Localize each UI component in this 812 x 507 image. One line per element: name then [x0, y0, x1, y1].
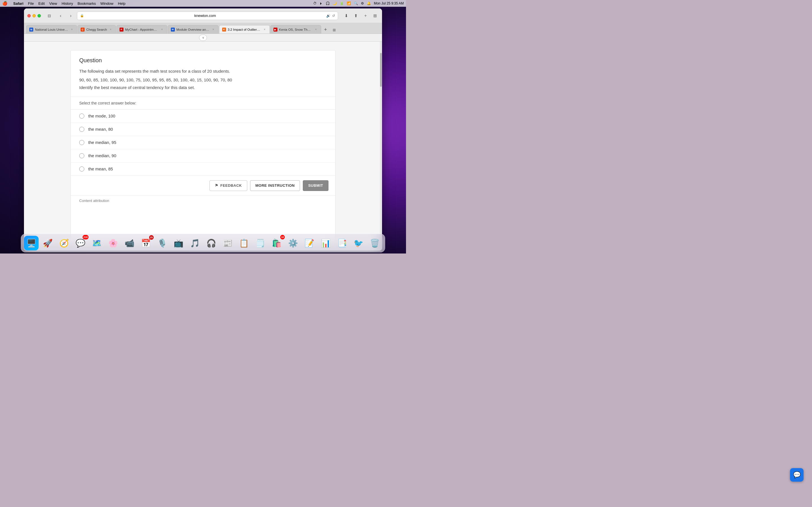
feedback-icon: ⚑	[215, 183, 218, 187]
dock-safari[interactable]: 🧭	[57, 236, 71, 250]
dock-tv[interactable]: 📺	[171, 236, 186, 250]
systemprefs-icon: ⚙️	[288, 238, 298, 248]
back-button[interactable]: ‹	[57, 12, 64, 20]
more-instruction-button[interactable]: MORE INSTRUCTION	[250, 180, 300, 191]
menubar-help[interactable]: Help	[118, 1, 125, 6]
answer-option-5[interactable]: the mean, 85	[71, 163, 335, 175]
url-display[interactable]: knewton.com	[86, 13, 324, 18]
tab-overview-icon[interactable]: ⊞	[371, 12, 378, 19]
menubar-notification-icon[interactable]: 🔔	[367, 1, 371, 5]
reminders-icon: 📋	[239, 238, 249, 248]
dock-powerpoint[interactable]: 📑	[335, 236, 349, 250]
sidebar-toggle[interactable]: ⊟	[45, 12, 53, 20]
radio-1[interactable]	[79, 114, 84, 119]
answer-option-4[interactable]: the median, 90	[71, 149, 335, 163]
tab-favicon-video: ▶	[273, 27, 277, 32]
answer-label-1: the mode, 100	[88, 114, 115, 118]
dropdown-chevron[interactable]: ∨	[199, 35, 207, 41]
scroll-indicator[interactable]	[380, 42, 382, 251]
tab-label-chegg: Chegg Search	[86, 28, 107, 31]
tab-windows-button[interactable]: ⊞	[331, 26, 338, 34]
dock-launchpad[interactable]: 🚀	[40, 236, 55, 250]
radio-5[interactable]	[79, 166, 84, 172]
dock-trash[interactable]: 🗑️	[367, 236, 382, 250]
tab-chegg[interactable]: C Chegg Search ×	[78, 25, 116, 34]
calendar-icon: 📅	[141, 238, 151, 248]
tweetbot-icon: 🐦	[354, 238, 363, 248]
new-tab-button[interactable]: +	[322, 25, 329, 34]
dock-finder[interactable]: 🖥️	[24, 236, 39, 250]
minimize-button[interactable]	[33, 14, 36, 17]
dock-itunes[interactable]: 🎧	[204, 236, 218, 250]
dock-reminders[interactable]: 📋	[237, 236, 251, 250]
safari-icon: 🧭	[59, 238, 69, 248]
submit-button[interactable]: SUBMIT	[303, 180, 328, 191]
address-bar[interactable]: 🔒 knewton.com 🔊 ↺	[77, 11, 338, 20]
dock-podcasts[interactable]: 🎙️	[155, 236, 169, 250]
menubar-file[interactable]: File	[28, 1, 34, 6]
new-tab-icon[interactable]: ＋	[362, 12, 369, 19]
menubar-bookmarks[interactable]: Bookmarks	[78, 1, 96, 6]
menubar-history[interactable]: History	[61, 1, 73, 6]
dock-word[interactable]: 📝	[302, 236, 317, 250]
menubar-edit[interactable]: Edit	[38, 1, 45, 6]
tab-close-mychart[interactable]: ×	[160, 27, 164, 32]
feedback-button[interactable]: ⚑ FEEDBACK	[209, 180, 247, 191]
tab-close-video[interactable]: ×	[314, 27, 318, 32]
share-icon[interactable]: ⬆	[352, 12, 359, 19]
dock-appstore[interactable]: 🛍️ 10	[269, 236, 284, 250]
tab-knewton[interactable]: K 3.2 Impact of Outliers... ×	[219, 25, 270, 34]
dock: 🖥️ 🚀 🧭 💬 218 🗺️ 🌸 📹 📅 25 🎙️ 📺 🎵 🎧 📰 📋	[21, 234, 385, 252]
browser-window: ⊟ ‹ › 🔒 knewton.com 🔊 ↺ ⬇ ⬆ ＋ ⊞ N Nation…	[24, 8, 382, 251]
more-instruction-label: MORE INSTRUCTION	[255, 183, 295, 187]
tab-favicon-nlu: N	[29, 27, 33, 32]
tab-nlu[interactable]: N National Louis University ×	[26, 25, 77, 34]
menubar-search-icon[interactable]: 🔍	[354, 1, 358, 5]
dock-photos[interactable]: 🌸	[106, 236, 120, 250]
answer-option-3[interactable]: the median, 95	[71, 136, 335, 149]
answer-option-1[interactable]: the mode, 100	[71, 110, 335, 123]
menubar-view[interactable]: View	[49, 1, 57, 6]
dock-messages[interactable]: 💬 218	[73, 236, 88, 250]
dock-systemprefs[interactable]: ⚙️	[286, 236, 300, 250]
dock-music[interactable]: 🎵	[188, 236, 202, 250]
radio-4[interactable]	[79, 153, 84, 158]
answer-option-2[interactable]: the mean, 80	[71, 123, 335, 136]
dock-facetime[interactable]: 📹	[122, 236, 137, 250]
audio-icon[interactable]: 🔊	[326, 14, 331, 18]
tab-mychart[interactable]: R MyChart - Appointmen... ×	[116, 25, 167, 34]
forward-button[interactable]: ›	[67, 12, 75, 20]
tab-close-chegg[interactable]: ×	[109, 27, 113, 32]
notes-icon: 🗒️	[255, 238, 265, 248]
menubar-controlcenter-icon[interactable]: ⚙	[361, 1, 364, 5]
title-bar: ⊟ ‹ › 🔒 knewton.com 🔊 ↺ ⬇ ⬆ ＋ ⊞	[24, 8, 382, 23]
dock-excel[interactable]: 📊	[318, 236, 333, 250]
menubar-nightmode-icon: 🌙	[333, 1, 337, 5]
menubar-screentime-icon: ⏱	[313, 1, 317, 5]
radio-2[interactable]	[79, 127, 84, 132]
apple-menu[interactable]: 🍎	[2, 1, 8, 6]
reload-icon[interactable]: ↺	[332, 14, 335, 18]
menubar-window[interactable]: Window	[100, 1, 113, 6]
dock-calendar[interactable]: 📅 25	[139, 236, 153, 250]
downloads-icon[interactable]: ⬇	[343, 12, 350, 19]
tab-close-knewton[interactable]: ×	[263, 27, 267, 32]
content-area[interactable]: Question The following data set represen…	[24, 42, 382, 251]
question-data: 90, 60, 85, 100, 100, 90, 100, 75, 100, …	[79, 77, 327, 82]
menubar-app[interactable]: Safari	[13, 1, 23, 6]
content-attribution: Content attribution	[71, 195, 335, 207]
dock-news[interactable]: 📰	[220, 236, 235, 250]
toolbar-dropdown: ∨	[24, 34, 382, 42]
radio-3[interactable]	[79, 140, 84, 145]
submit-label: SUBMIT	[308, 183, 323, 187]
tab-module[interactable]: M Module Overview and... ×	[168, 25, 218, 34]
tab-close-module[interactable]: ×	[211, 27, 215, 32]
dock-notes[interactable]: 🗒️	[253, 236, 267, 250]
finder-icon: 🖥️	[27, 238, 36, 248]
maximize-button[interactable]	[38, 14, 41, 17]
tab-close-nlu[interactable]: ×	[70, 27, 74, 32]
dock-tweetbot[interactable]: 🐦	[351, 236, 366, 250]
tab-video[interactable]: ▶ Kenia OS, Snow Tha Pr... ×	[270, 25, 321, 34]
close-button[interactable]	[28, 14, 31, 17]
dock-maps[interactable]: 🗺️	[89, 236, 104, 250]
